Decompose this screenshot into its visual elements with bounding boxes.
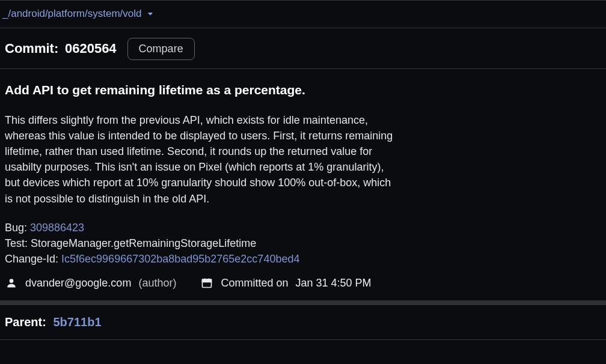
commit-header: Commit: 0620564 Compare (0, 28, 606, 68)
committed-date: Jan 31 4:50 PM (295, 275, 371, 291)
changeid-label: Change-Id: (5, 253, 61, 265)
divider (0, 339, 606, 340)
svg-rect-5 (203, 279, 212, 282)
compare-button[interactable]: Compare (127, 38, 195, 60)
author-email: dvander@google.com (25, 275, 131, 291)
commit-body: This differs slightly from the previous … (5, 112, 402, 267)
parent-hash-link[interactable]: 5b711b1 (53, 315, 101, 329)
commit-body-paragraph: This differs slightly from the previous … (5, 112, 402, 207)
committed-label: Committed on (221, 275, 288, 291)
commit-meta: dvander@google.com (author) Committed on… (0, 269, 606, 300)
commit-label: Commit: 0620564 (5, 39, 117, 58)
svg-point-0 (10, 279, 14, 283)
calendar-icon (200, 276, 213, 290)
chevron-down-icon[interactable] (147, 10, 154, 17)
commit-title: Add API to get remaining lifetime as a p… (5, 81, 601, 99)
bug-link[interactable]: 309886423 (30, 222, 84, 234)
author-role: (author) (138, 275, 176, 291)
bug-label: Bug: (5, 222, 30, 234)
person-icon (5, 276, 18, 290)
commit-hash: 0620564 (65, 41, 117, 56)
commit-message: Add API to get remaining lifetime as a p… (0, 69, 606, 269)
section-divider (0, 300, 606, 305)
parent-row: Parent: 5b711b1 (0, 305, 606, 339)
changeid-link[interactable]: Ic5f6ec9969667302ba8bad95b2765e2cc740bed… (61, 253, 299, 265)
breadcrumb: _/android/platform/system/vold (0, 1, 606, 28)
parent-label: Parent: (5, 315, 46, 329)
breadcrumb-link[interactable]: _/android/platform/system/vold (2, 7, 142, 22)
test-line: Test: StorageManager.getRemainingStorage… (5, 237, 256, 249)
